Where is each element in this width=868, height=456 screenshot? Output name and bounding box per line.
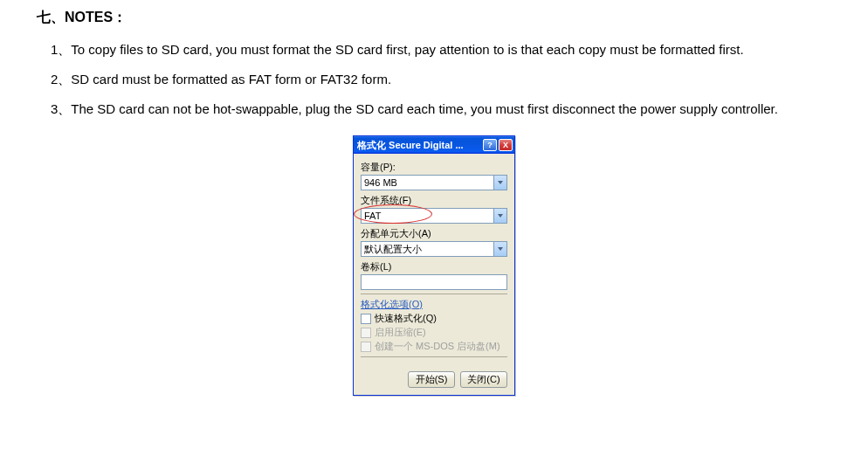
divider <box>361 294 507 294</box>
filesystem-label: 文件系统(F) <box>361 194 507 207</box>
help-button[interactable]: ? <box>483 139 497 151</box>
capacity-label: 容量(P): <box>361 161 507 174</box>
volume-label: 卷标(L) <box>361 260 507 273</box>
allocation-combo[interactable]: 默认配置大小 <box>361 241 507 257</box>
note-3: 3、The SD card can not be hot-swappable, … <box>21 99 847 120</box>
filesystem-value: FAT <box>364 211 381 221</box>
section-heading: 七、NOTES： <box>37 9 847 27</box>
allocation-label: 分配单元大小(A) <box>361 227 507 240</box>
note-2: 2、SD card must be formatted as FAT form … <box>21 69 847 90</box>
allocation-value: 默认配置大小 <box>364 243 422 256</box>
msdos-label: 创建一个 MS-DOS 启动盘(M) <box>375 340 500 353</box>
chevron-down-icon <box>493 242 506 256</box>
chevron-down-icon <box>493 176 506 190</box>
note-3-text: 3、The SD card can not be hot-swappable, … <box>51 101 778 116</box>
compression-label: 启用压缩(E) <box>375 326 426 339</box>
note-1-text: 1、To copy files to SD card, you must for… <box>51 42 744 57</box>
format-options-link[interactable]: 格式化选项(O) <box>361 298 507 311</box>
capacity-value: 946 MB <box>364 177 397 188</box>
quick-format-label: 快速格式化(Q) <box>375 312 437 325</box>
volume-input[interactable] <box>361 274 507 290</box>
msdos-checkbox <box>361 342 371 352</box>
capacity-combo[interactable]: 946 MB <box>361 175 507 190</box>
format-dialog: 格式化 Secure Digital ... ? X 容量(P): 946 MB… <box>353 135 515 396</box>
compression-row: 启用压缩(E) <box>361 326 507 339</box>
quick-format-row[interactable]: 快速格式化(Q) <box>361 312 507 325</box>
note-2-text: 2、SD card must be formatted as FAT form … <box>51 72 391 86</box>
dialog-titlebar[interactable]: 格式化 Secure Digital ... ? X <box>354 136 514 154</box>
close-dialog-button[interactable]: 关闭(C) <box>460 371 507 388</box>
close-button[interactable]: X <box>499 139 513 151</box>
note-1: 1、To copy files to SD card, you must for… <box>21 39 847 60</box>
msdos-row: 创建一个 MS-DOS 启动盘(M) <box>361 340 507 353</box>
start-button[interactable]: 开始(S) <box>408 371 455 388</box>
dialog-title: 格式化 Secure Digital ... <box>357 139 481 152</box>
filesystem-combo[interactable]: FAT <box>361 208 507 224</box>
quick-format-checkbox[interactable] <box>361 314 371 324</box>
chevron-down-icon <box>493 209 506 223</box>
compression-checkbox <box>361 328 371 338</box>
divider <box>361 356 507 357</box>
